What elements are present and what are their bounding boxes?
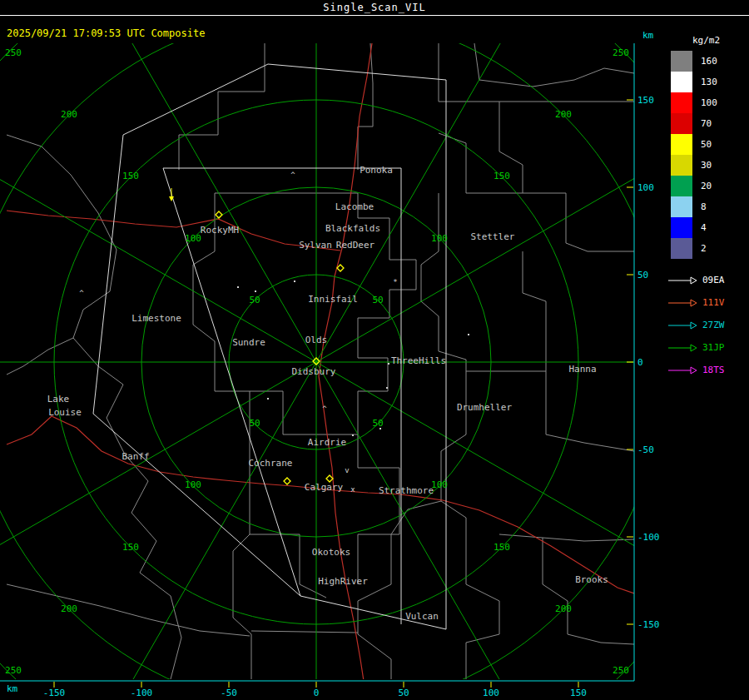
map-symbol: v (345, 466, 349, 474)
county-boundary (474, 43, 634, 87)
x-axis-label: 100 (483, 688, 499, 698)
y-axis-label: 150 (637, 95, 654, 106)
town-dot (379, 428, 381, 429)
radar-map-display[interactable]: 5050505010010010010015015015015020020020… (0, 0, 749, 700)
ring-range-label: 150 (122, 542, 139, 553)
legend-entry: 50 (667, 134, 747, 155)
ring-range-label: 250 (613, 47, 629, 58)
county-boundary (250, 534, 326, 598)
radar-arrow-icon (667, 344, 697, 352)
range-ring (0, 0, 749, 700)
county-boundary (7, 584, 250, 636)
legend-swatch (671, 217, 692, 238)
ring-range-label: 50 (249, 418, 260, 429)
map-symbol: ^ (322, 405, 327, 413)
legend-value: 100 (701, 97, 717, 108)
county-boundary (543, 538, 634, 644)
y-axis-label: -100 (637, 532, 660, 543)
y-axis-unit-label: km (642, 30, 653, 41)
city-label: HighRiver (318, 576, 368, 587)
city-label: Didsbury (292, 366, 336, 377)
legend-swatch (671, 196, 692, 217)
city-label: Banff (122, 451, 149, 462)
county-boundary (421, 193, 546, 371)
town-dot (388, 363, 389, 365)
county-boundary (233, 468, 251, 679)
legend-entry: 4 (667, 217, 747, 238)
radar-arrow-icon (667, 299, 697, 307)
map-symbol: * (393, 278, 397, 286)
y-axis-label: -150 (637, 619, 660, 630)
city-label: Sundre (232, 337, 265, 348)
ring-range-label: 200 (61, 109, 77, 120)
legend-value: 50 (701, 139, 712, 150)
city-label: Stettler (471, 231, 515, 242)
county-boundary (441, 371, 499, 679)
map-symbol: ^ (79, 289, 84, 297)
ring-range-label: 250 (5, 665, 22, 676)
radar-id: 111V (702, 297, 725, 308)
legend-units-label: kg/m2 (692, 35, 747, 46)
city-label: Blackfalds (325, 223, 380, 234)
city-label: Hanna (568, 364, 596, 375)
legend-panel: kg/m2 16013010070503020842 09EA111V27ZW3… (667, 35, 747, 381)
city-label: Lake (47, 394, 70, 405)
map-symbol: x (350, 485, 355, 494)
scan-timestamp: 2025/09/21 17:09:53 UTC Composite (7, 27, 205, 39)
city-label: RedDeer (336, 240, 375, 251)
legend-swatch (671, 134, 692, 155)
town-dot (352, 434, 354, 436)
county-boundary (546, 371, 634, 451)
legend-swatch (671, 51, 692, 72)
azimuth-spoke (0, 362, 316, 691)
ring-range-label: 150 (122, 171, 139, 181)
radar-id: 31JP (702, 342, 725, 353)
radar-id: 09EA (702, 275, 725, 285)
y-axis-label: -50 (637, 444, 654, 455)
legend-swatch (671, 155, 692, 176)
radar-site-entry: 31JP (667, 336, 747, 359)
city-label: Vulcan (405, 611, 439, 622)
city-label: Okotoks (312, 547, 350, 558)
ring-range-label: 100 (185, 479, 201, 490)
legend-entry: 160 (667, 51, 747, 72)
city-label: Innisfail (308, 294, 358, 305)
town-dot (386, 387, 388, 389)
legend-swatch (671, 72, 692, 92)
radar-site-entry: 18TS (667, 359, 747, 381)
legend-entry: 30 (667, 155, 747, 176)
county-boundary (7, 338, 73, 375)
city-label: ThreeHills (391, 355, 446, 366)
county-boundary (251, 631, 358, 633)
legend-swatch (671, 238, 692, 259)
legend-entry: 100 (667, 92, 747, 113)
x-axis-unit-label: km (7, 683, 17, 694)
radar-arrow-icon (667, 276, 697, 285)
legend-value: 2 (701, 243, 707, 254)
map-symbol: ^ (290, 171, 295, 179)
radar-arrow-icon (667, 321, 697, 330)
town-dot (237, 286, 239, 288)
legend-color-scale: 16013010070503020842 (667, 51, 747, 259)
azimuth-spoke (0, 362, 316, 700)
radar-site-entry: 09EA (667, 269, 747, 291)
town-dot (294, 280, 295, 282)
city-label: Drumheller (457, 402, 513, 413)
legend-swatch (671, 92, 692, 113)
city-label: Ponoka (360, 165, 393, 176)
radar-site-marker (284, 478, 290, 484)
radar-site-list: 09EA111V27ZW31JP18TS (667, 269, 747, 381)
county-boundary (358, 43, 373, 170)
legend-value: 160 (701, 56, 717, 67)
radar-id: 27ZW (702, 320, 725, 330)
azimuth-spoke (316, 0, 645, 362)
legend-entry: 20 (667, 176, 747, 196)
city-label: Olds (305, 335, 328, 345)
ring-range-label: 150 (494, 542, 510, 553)
y-axis-label: 100 (637, 182, 654, 193)
radar-site-marker (326, 475, 333, 482)
ring-range-label: 50 (372, 295, 383, 305)
city-label: Limestone (131, 313, 181, 324)
city-label: Calgary (305, 482, 344, 493)
legend-value: 30 (701, 160, 712, 171)
